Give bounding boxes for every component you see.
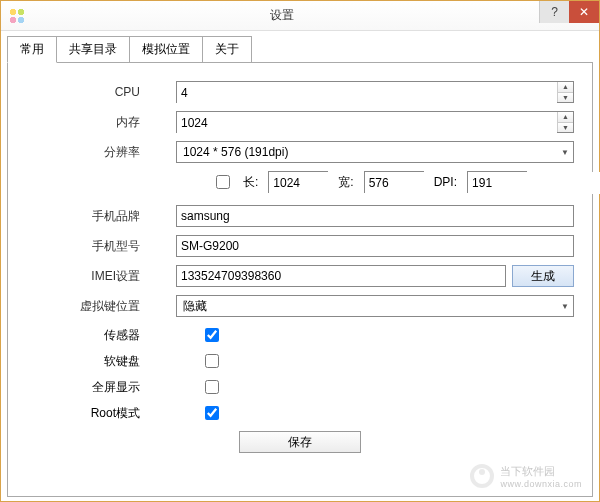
softkb-label: 软键盘 xyxy=(26,353,176,370)
sensor-checkbox[interactable] xyxy=(205,328,219,342)
dpi-spinbox[interactable]: ▲▼ xyxy=(467,171,527,193)
width-spinbox[interactable]: ▲▼ xyxy=(364,171,424,193)
width-label: 宽: xyxy=(338,174,353,191)
settings-window: 设置 ? ✕ 常用 共享目录 模拟位置 关于 CPU ▲▼ 内存 xyxy=(0,0,600,502)
memory-up-icon[interactable]: ▲ xyxy=(558,112,573,123)
save-button[interactable]: 保存 xyxy=(239,431,361,453)
cpu-spinbox[interactable]: ▲▼ xyxy=(176,81,574,103)
root-label: Root模式 xyxy=(26,405,176,422)
vkey-value: 隐藏 xyxy=(183,298,207,315)
window-title: 设置 xyxy=(25,7,539,24)
resolution-combobox[interactable]: 1024 * 576 (191dpi) ▼ xyxy=(176,141,574,163)
sensor-label: 传感器 xyxy=(26,327,176,344)
cpu-label: CPU xyxy=(26,85,176,99)
chevron-down-icon: ▼ xyxy=(561,302,569,311)
brand-input[interactable] xyxy=(176,205,574,227)
resolution-value: 1024 * 576 (191dpi) xyxy=(183,145,288,159)
cpu-down-icon[interactable]: ▼ xyxy=(558,93,573,103)
cpu-input[interactable] xyxy=(177,82,557,104)
memory-down-icon[interactable]: ▼ xyxy=(558,123,573,133)
resolution-label: 分辨率 xyxy=(26,144,176,161)
root-checkbox[interactable] xyxy=(205,406,219,420)
close-button[interactable]: ✕ xyxy=(569,1,599,23)
tab-about[interactable]: 关于 xyxy=(202,36,252,63)
vkey-combobox[interactable]: 隐藏 ▼ xyxy=(176,295,574,317)
watermark: 当下软件园 www.downxia.com xyxy=(468,462,582,490)
cpu-up-icon[interactable]: ▲ xyxy=(558,82,573,93)
imei-input[interactable] xyxy=(176,265,506,287)
tab-mock-location[interactable]: 模拟位置 xyxy=(129,36,203,63)
svg-point-1 xyxy=(479,469,485,475)
custom-resolution-checkbox[interactable] xyxy=(216,175,230,189)
imei-label: IMEI设置 xyxy=(26,268,176,285)
model-label: 手机型号 xyxy=(26,238,176,255)
model-input[interactable] xyxy=(176,235,574,257)
tab-panel: CPU ▲▼ 内存 ▲▼ 分辨率 1024 * 576 (191dp xyxy=(7,62,593,497)
fullscreen-label: 全屏显示 xyxy=(26,379,176,396)
length-label: 长: xyxy=(243,174,258,191)
watermark-url: www.downxia.com xyxy=(500,479,582,489)
tabs: 常用 共享目录 模拟位置 关于 xyxy=(1,31,599,62)
length-spinbox[interactable]: ▲▼ xyxy=(268,171,328,193)
tab-shared-dir[interactable]: 共享目录 xyxy=(56,36,130,63)
fullscreen-checkbox[interactable] xyxy=(205,380,219,394)
chevron-down-icon: ▼ xyxy=(561,148,569,157)
svg-point-0 xyxy=(472,466,492,486)
memory-spinbox[interactable]: ▲▼ xyxy=(176,111,574,133)
dpi-input[interactable] xyxy=(468,172,600,194)
brand-label: 手机品牌 xyxy=(26,208,176,225)
help-button[interactable]: ? xyxy=(539,1,569,23)
watermark-brand: 当下软件园 xyxy=(500,464,582,479)
memory-label: 内存 xyxy=(26,114,176,131)
memory-input[interactable] xyxy=(177,112,557,134)
tab-general[interactable]: 常用 xyxy=(7,36,57,63)
app-icon xyxy=(9,8,25,24)
generate-button[interactable]: 生成 xyxy=(512,265,574,287)
dpi-label: DPI: xyxy=(434,175,457,189)
titlebar: 设置 ? ✕ xyxy=(1,1,599,31)
softkb-checkbox[interactable] xyxy=(205,354,219,368)
vkey-label: 虚拟键位置 xyxy=(26,298,176,315)
